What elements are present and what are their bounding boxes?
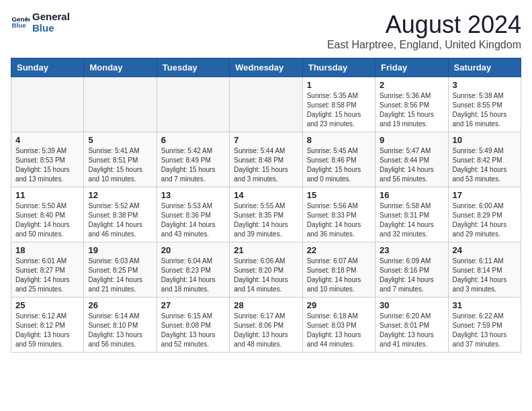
- day-info: Sunrise: 6:03 AM Sunset: 8:25 PM Dayligh…: [88, 257, 152, 294]
- calendar-cell: 10Sunrise: 5:49 AM Sunset: 8:42 PM Dayli…: [448, 132, 521, 187]
- calendar-cell: 22Sunrise: 6:07 AM Sunset: 8:18 PM Dayli…: [302, 242, 375, 298]
- day-number: 24: [453, 245, 517, 255]
- calendar-cell: 1Sunrise: 5:35 AM Sunset: 8:58 PM Daylig…: [302, 77, 375, 132]
- calendar-cell: 3Sunrise: 5:38 AM Sunset: 8:55 PM Daylig…: [448, 77, 521, 132]
- day-info: Sunrise: 6:09 AM Sunset: 8:16 PM Dayligh…: [380, 257, 443, 294]
- day-header-friday: Friday: [375, 58, 448, 77]
- day-number: 11: [15, 190, 79, 200]
- day-info: Sunrise: 5:35 AM Sunset: 8:58 PM Dayligh…: [307, 91, 371, 129]
- day-number: 7: [234, 135, 298, 145]
- calendar-cell: 17Sunrise: 6:00 AM Sunset: 8:29 PM Dayli…: [448, 187, 521, 242]
- week-row-2: 4Sunrise: 5:39 AM Sunset: 8:53 PM Daylig…: [11, 132, 521, 187]
- day-header-saturday: Saturday: [448, 58, 521, 77]
- day-info: Sunrise: 6:17 AM Sunset: 8:06 PM Dayligh…: [234, 312, 298, 349]
- day-number: 17: [453, 190, 517, 200]
- day-header-thursday: Thursday: [302, 58, 375, 77]
- day-info: Sunrise: 5:55 AM Sunset: 8:35 PM Dayligh…: [234, 201, 298, 239]
- calendar-cell: 26Sunrise: 6:14 AM Sunset: 8:10 PM Dayli…: [84, 298, 157, 353]
- calendar-cell: 30Sunrise: 6:20 AM Sunset: 8:01 PM Dayli…: [375, 298, 448, 353]
- day-header-monday: Monday: [84, 58, 157, 77]
- calendar-cell: 23Sunrise: 6:09 AM Sunset: 8:16 PM Dayli…: [375, 242, 448, 298]
- day-info: Sunrise: 6:18 AM Sunset: 8:03 PM Dayligh…: [307, 312, 371, 349]
- calendar-body: 1Sunrise: 5:35 AM Sunset: 8:58 PM Daylig…: [11, 77, 521, 353]
- day-number: 21: [234, 245, 298, 255]
- day-number: 22: [307, 245, 371, 255]
- logo: General Blue General Blue: [11, 11, 70, 34]
- day-info: Sunrise: 5:52 AM Sunset: 8:38 PM Dayligh…: [88, 201, 152, 239]
- day-number: 30: [380, 300, 443, 310]
- day-info: Sunrise: 6:12 AM Sunset: 8:12 PM Dayligh…: [15, 312, 79, 349]
- day-number: 12: [88, 190, 152, 200]
- day-number: 9: [380, 135, 443, 145]
- calendar-header: SundayMondayTuesdayWednesdayThursdayFrid…: [11, 58, 521, 77]
- day-number: 6: [161, 135, 225, 145]
- week-row-3: 11Sunrise: 5:50 AM Sunset: 8:40 PM Dayli…: [11, 187, 521, 242]
- day-info: Sunrise: 5:45 AM Sunset: 8:46 PM Dayligh…: [307, 146, 371, 184]
- day-info: Sunrise: 5:41 AM Sunset: 8:51 PM Dayligh…: [88, 146, 152, 184]
- day-info: Sunrise: 5:38 AM Sunset: 8:55 PM Dayligh…: [453, 91, 517, 129]
- day-number: 31: [453, 300, 517, 310]
- svg-text:Blue: Blue: [11, 21, 26, 29]
- day-info: Sunrise: 5:42 AM Sunset: 8:49 PM Dayligh…: [161, 146, 225, 184]
- day-info: Sunrise: 5:49 AM Sunset: 8:42 PM Dayligh…: [453, 146, 517, 184]
- week-row-4: 18Sunrise: 6:01 AM Sunset: 8:27 PM Dayli…: [11, 242, 521, 298]
- logo-icon: General Blue: [11, 13, 30, 32]
- calendar-table: SundayMondayTuesdayWednesdayThursdayFrid…: [11, 58, 521, 353]
- day-number: 13: [161, 190, 225, 200]
- calendar-subtitle: East Harptree, England, United Kingdom: [327, 39, 521, 51]
- day-number: 19: [88, 245, 152, 255]
- day-number: 2: [380, 80, 443, 90]
- day-info: Sunrise: 5:56 AM Sunset: 8:33 PM Dayligh…: [307, 201, 371, 239]
- day-number: 14: [234, 190, 298, 200]
- day-number: 18: [15, 245, 79, 255]
- calendar-cell: 5Sunrise: 5:41 AM Sunset: 8:51 PM Daylig…: [84, 132, 157, 187]
- calendar-cell: 12Sunrise: 5:52 AM Sunset: 8:38 PM Dayli…: [84, 187, 157, 242]
- logo-general: General: [32, 11, 70, 22]
- day-number: 15: [307, 190, 371, 200]
- day-number: 16: [380, 190, 443, 200]
- day-number: 27: [161, 300, 225, 310]
- day-info: Sunrise: 5:39 AM Sunset: 8:53 PM Dayligh…: [15, 146, 79, 184]
- day-info: Sunrise: 6:14 AM Sunset: 8:10 PM Dayligh…: [88, 312, 152, 349]
- day-info: Sunrise: 5:58 AM Sunset: 8:31 PM Dayligh…: [380, 201, 443, 239]
- week-row-5: 25Sunrise: 6:12 AM Sunset: 8:12 PM Dayli…: [11, 298, 521, 353]
- title-section: August 2024 East Harptree, England, Unit…: [327, 11, 521, 51]
- calendar-cell: 8Sunrise: 5:45 AM Sunset: 8:46 PM Daylig…: [302, 132, 375, 187]
- calendar-cell: 15Sunrise: 5:56 AM Sunset: 8:33 PM Dayli…: [302, 187, 375, 242]
- calendar-cell: 28Sunrise: 6:17 AM Sunset: 8:06 PM Dayli…: [230, 298, 302, 353]
- day-info: Sunrise: 6:11 AM Sunset: 8:14 PM Dayligh…: [453, 257, 517, 294]
- page-header: General Blue General Blue August 2024 Ea…: [11, 11, 521, 51]
- calendar-cell: 6Sunrise: 5:42 AM Sunset: 8:49 PM Daylig…: [157, 132, 229, 187]
- day-info: Sunrise: 6:06 AM Sunset: 8:20 PM Dayligh…: [234, 257, 298, 294]
- calendar-cell: 19Sunrise: 6:03 AM Sunset: 8:25 PM Dayli…: [84, 242, 157, 298]
- day-info: Sunrise: 5:44 AM Sunset: 8:48 PM Dayligh…: [234, 146, 298, 184]
- day-info: Sunrise: 6:20 AM Sunset: 8:01 PM Dayligh…: [380, 312, 443, 349]
- calendar-cell: 9Sunrise: 5:47 AM Sunset: 8:44 PM Daylig…: [375, 132, 448, 187]
- day-number: 10: [453, 135, 517, 145]
- day-info: Sunrise: 6:15 AM Sunset: 8:08 PM Dayligh…: [161, 312, 225, 349]
- day-info: Sunrise: 6:07 AM Sunset: 8:18 PM Dayligh…: [307, 257, 371, 294]
- calendar-cell: 14Sunrise: 5:55 AM Sunset: 8:35 PM Dayli…: [230, 187, 302, 242]
- calendar-cell: 20Sunrise: 6:04 AM Sunset: 8:23 PM Dayli…: [157, 242, 229, 298]
- day-number: 3: [453, 80, 517, 90]
- day-header-tuesday: Tuesday: [157, 58, 229, 77]
- calendar-cell: [230, 77, 302, 132]
- calendar-cell: 29Sunrise: 6:18 AM Sunset: 8:03 PM Dayli…: [302, 298, 375, 353]
- day-info: Sunrise: 6:01 AM Sunset: 8:27 PM Dayligh…: [15, 257, 79, 294]
- day-info: Sunrise: 5:36 AM Sunset: 8:56 PM Dayligh…: [380, 91, 443, 129]
- logo-blue: Blue: [32, 22, 70, 34]
- day-number: 23: [380, 245, 443, 255]
- day-number: 20: [161, 245, 225, 255]
- calendar-cell: 31Sunrise: 6:22 AM Sunset: 7:59 PM Dayli…: [448, 298, 521, 353]
- week-row-1: 1Sunrise: 5:35 AM Sunset: 8:58 PM Daylig…: [11, 77, 521, 132]
- day-number: 4: [15, 135, 79, 145]
- day-number: 8: [307, 135, 371, 145]
- calendar-cell: 4Sunrise: 5:39 AM Sunset: 8:53 PM Daylig…: [11, 132, 84, 187]
- day-info: Sunrise: 5:50 AM Sunset: 8:40 PM Dayligh…: [15, 201, 79, 239]
- calendar-title: August 2024: [327, 11, 521, 39]
- calendar-cell: 25Sunrise: 6:12 AM Sunset: 8:12 PM Dayli…: [11, 298, 84, 353]
- calendar-cell: 11Sunrise: 5:50 AM Sunset: 8:40 PM Dayli…: [11, 187, 84, 242]
- day-number: 26: [88, 300, 152, 310]
- day-info: Sunrise: 5:47 AM Sunset: 8:44 PM Dayligh…: [380, 146, 443, 184]
- calendar-cell: [84, 77, 157, 132]
